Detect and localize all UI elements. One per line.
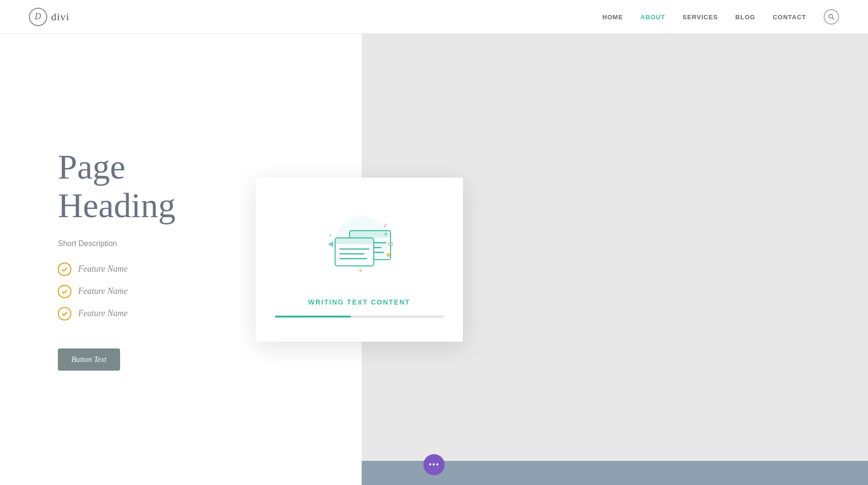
progress-track [275, 316, 444, 318]
feature-check-3 [58, 307, 71, 320]
card-illustration: ✕ [311, 207, 407, 284]
nav-item-about[interactable]: ABOUT [640, 13, 665, 21]
search-icon [828, 14, 835, 20]
svg-rect-9 [335, 238, 374, 244]
nav-link-services[interactable]: SERVICES [682, 14, 718, 21]
logo-letter: D [35, 12, 41, 22]
nav-link-about[interactable]: ABOUT [640, 14, 665, 21]
svg-marker-13 [328, 241, 333, 247]
logo-circle: D [29, 8, 47, 26]
card-title: Writing Text Content [308, 298, 410, 306]
svg-point-20 [384, 223, 387, 226]
nav-link-contact[interactable]: CONTACT [773, 14, 806, 21]
svg-rect-18 [359, 268, 362, 272]
cta-button[interactable]: Button Text [58, 348, 120, 371]
progress-fill [275, 316, 351, 318]
nav-item-home[interactable]: HOME [602, 13, 623, 21]
search-button[interactable] [824, 9, 839, 25]
heading-line2: Heading [58, 186, 176, 225]
svg-point-15 [384, 233, 387, 236]
nav-link-blog[interactable]: BLOG [735, 14, 756, 21]
heading-line1: Page [58, 148, 125, 186]
main-content: Page Heading Short Description Feature N… [0, 34, 868, 485]
navbar: D divi HOME ABOUT SERVICES BLOG CONTACT [0, 0, 868, 34]
svg-line-1 [832, 17, 834, 19]
search-button-item[interactable] [824, 9, 839, 25]
feature-label-2: Feature Name [78, 286, 128, 296]
check-icon-1 [61, 266, 68, 273]
logo: D divi [29, 8, 69, 26]
svg-point-16 [329, 234, 332, 236]
check-icon-2 [61, 288, 68, 295]
logo-name: divi [51, 11, 69, 23]
nav-links: HOME ABOUT SERVICES BLOG CONTACT [602, 9, 839, 25]
svg-point-0 [829, 14, 833, 18]
nav-item-services[interactable]: SERVICES [682, 13, 718, 21]
nav-link-home[interactable]: HOME [602, 14, 623, 21]
nav-item-contact[interactable]: CONTACT [773, 13, 806, 21]
feature-label-3: Feature Name [78, 308, 128, 319]
dot-button[interactable]: ••• [423, 454, 445, 475]
check-icon-3 [61, 310, 68, 317]
feature-check-1 [58, 263, 71, 276]
feature-label-1: Feature Name [78, 264, 128, 274]
right-panel: ✕ Writing Text Content [362, 34, 868, 485]
floating-card: ✕ Writing Text Content [256, 178, 463, 342]
svg-rect-17 [386, 252, 391, 257]
nav-item-blog[interactable]: BLOG [735, 13, 756, 21]
feature-check-2 [58, 285, 71, 298]
